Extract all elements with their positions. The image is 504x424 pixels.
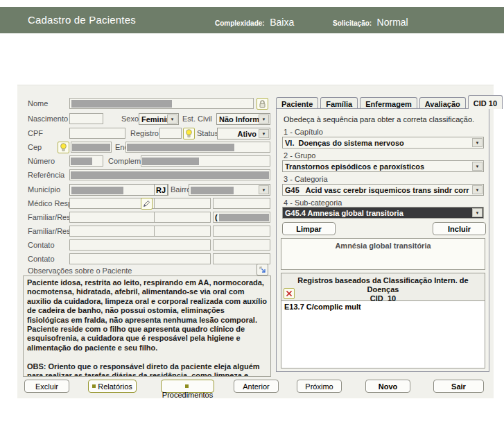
status-dropdown-arrow-icon[interactable]: ▼ [259, 129, 269, 138]
bairro-label: Bairro [171, 185, 191, 194]
relatorios-bullet-icon [92, 384, 96, 388]
limpar-button[interactable]: Limpar [282, 222, 336, 235]
sexo-select[interactable]: Feminino ▼ [139, 113, 179, 125]
contato1-label: Contato [28, 241, 55, 249]
observacoes-textarea[interactable]: Paciente idosa, restrita ao leito, respi… [23, 275, 271, 377]
est-civil-label: Est. Civil [182, 115, 212, 123]
tab-cid10[interactable]: CID 10 [468, 95, 503, 109]
categoria-label: 3 - Categoria [284, 175, 328, 183]
sair-button[interactable]: Sair [433, 380, 484, 393]
solicitation-value: Normal [377, 17, 408, 28]
sexo-label: Sexo [121, 115, 139, 123]
categoria-select-value: G45 Acid vasc cerebr isquemicos trans si… [283, 185, 483, 194]
procedimentos-button[interactable]: Procedimentos [161, 380, 214, 393]
grupo-dropdown-arrow-icon[interactable]: ▼ [472, 162, 483, 171]
capitulo-label: 1 - Capítulo [284, 128, 323, 136]
solicitation-group: Solicitação: Normal [333, 16, 408, 28]
numero-input[interactable] [69, 155, 103, 167]
est-civil-select[interactable]: Não Informad ▼ [216, 113, 270, 125]
contato1-input[interactable] [69, 239, 211, 251]
grupo-select[interactable]: Transtornos episódicos e paroxísticos ▼ [282, 160, 484, 172]
delete-x-icon[interactable] [284, 288, 295, 299]
contato2-input2[interactable] [213, 253, 270, 264]
nome-redaction [71, 100, 172, 108]
proximo-button[interactable]: Próximo [297, 380, 342, 393]
bairro-dropdown-arrow-icon[interactable]: ▼ [259, 185, 269, 194]
est-civil-dropdown-arrow-icon[interactable]: ▼ [259, 115, 269, 124]
status-select[interactable]: Ativo ▼ [217, 128, 270, 139]
registro-input[interactable] [159, 128, 182, 139]
subcategoria-label: 4 - Sub-categoria [284, 198, 342, 207]
expand-icon[interactable] [257, 264, 268, 275]
end-input[interactable] [125, 142, 270, 153]
categoria-dropdown-arrow-icon[interactable]: ▼ [472, 185, 483, 194]
patient-registration-window: Cadastro de Pacientes Complexidade: Baix… [0, 0, 504, 424]
solicitation-label: Solicitação: [333, 19, 372, 27]
complexity-value: Baixa [270, 17, 294, 28]
cep-redaction [72, 144, 110, 151]
subcategoria-select-value: G45.4 Amnesia global transitoria [283, 207, 483, 217]
familiar-resp2-input3[interactable] [213, 226, 270, 237]
registro-list-item[interactable]: E13.7 C/complic mult [281, 301, 485, 312]
categoria-select[interactable]: G45 Acid vasc cerebr isquemicos trans si… [282, 184, 484, 196]
familiar-resp-phone-input[interactable]: ( [213, 212, 270, 223]
page-title: Cadastro de Pacientes [28, 14, 136, 26]
registro-label: Registro [130, 129, 159, 137]
subcategoria-dropdown-arrow-icon[interactable]: ▼ [472, 208, 483, 217]
grupo-select-value: Transtornos episódicos e paroxísticos [283, 161, 483, 171]
familiar-resp-input2[interactable] [154, 212, 211, 223]
procedimentos-button-label: Procedimentos [162, 391, 213, 399]
nome-input[interactable] [69, 98, 254, 109]
anterior-button[interactable]: Anterior [234, 380, 279, 393]
municipio-redaction [71, 187, 123, 194]
tab-avaliacao[interactable]: Avaliação [419, 97, 466, 109]
novo-button[interactable]: Novo [365, 380, 410, 393]
phone-paren: ( [215, 213, 218, 221]
medico-resp-input2[interactable] [154, 198, 211, 209]
tab-enfermagem[interactable]: Enfermagem [360, 97, 417, 109]
tab-familia[interactable]: Família [320, 97, 358, 109]
sexo-dropdown-arrow-icon[interactable]: ▼ [167, 115, 177, 124]
medico-resp-input3[interactable] [213, 198, 270, 209]
capitulo-dropdown-arrow-icon[interactable]: ▼ [472, 138, 483, 147]
cid10-description-box: Amnésia global transitória [281, 238, 485, 270]
capitulo-select-value: VI. Doenças do sistema nervoso [283, 137, 483, 147]
bairro-select[interactable]: ▼ [189, 184, 270, 196]
cep-input[interactable] [71, 142, 112, 153]
contato2-input[interactable] [69, 253, 211, 264]
registro-lightbulb-icon[interactable] [183, 128, 195, 139]
bairro-redaction [191, 187, 234, 194]
complexity-label: Complexidade: [215, 19, 265, 27]
cpf-label: CPF [28, 129, 43, 137]
relatorios-button-label: Relatórios [98, 382, 132, 391]
referencia-label: Referência [28, 171, 64, 179]
contato2-label: Contato [28, 255, 55, 263]
familiar-resp2-input2[interactable] [154, 226, 211, 237]
relatorios-button[interactable]: Relatórios [88, 380, 137, 393]
edit-pencil-icon[interactable] [141, 198, 153, 210]
registros-header: Registros baseados da Classificação Inte… [281, 273, 485, 301]
referencia-redaction [71, 171, 269, 179]
procedimentos-bullet-icon [185, 384, 189, 388]
numero-redaction [71, 158, 92, 165]
excluir-button[interactable]: Excluir [24, 380, 69, 393]
cep-lightbulb-icon[interactable] [58, 142, 69, 153]
cpf-input[interactable] [69, 128, 125, 139]
tab-paciente[interactable]: Paciente [276, 97, 318, 109]
complem-input[interactable] [141, 155, 270, 167]
capitulo-select[interactable]: VI. Doenças do sistema nervoso ▼ [282, 137, 484, 149]
cep-label: Cep [28, 143, 42, 151]
complem-redaction [142, 158, 199, 165]
contato1-input2[interactable] [213, 239, 270, 251]
numero-label: Número [28, 157, 55, 165]
nascimento-label: Nascimento [28, 115, 68, 123]
incluir-button[interactable]: Incluir [433, 222, 486, 235]
nascimento-input[interactable] [69, 113, 103, 124]
referencia-input[interactable] [69, 169, 270, 180]
tab-strip: Paciente Família Enfermagem Avaliação CI… [276, 94, 504, 109]
familiar-resp-label: Familiar/Resp [28, 213, 75, 221]
subcategoria-select[interactable]: G45.4 Amnesia global transitoria ▼ [282, 207, 484, 219]
lock-icon[interactable] [257, 98, 268, 110]
cid10-panel: Obedeça à sequência para obter a correta… [276, 108, 489, 372]
medico-resp-label: Médico Resp. [28, 199, 74, 207]
